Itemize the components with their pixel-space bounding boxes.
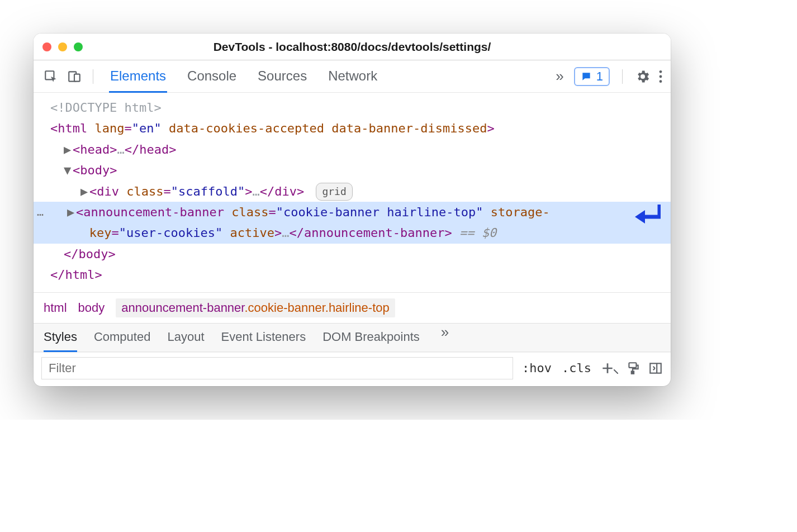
styles-filter-input[interactable] xyxy=(41,357,513,379)
dom-body-close[interactable]: </body> xyxy=(34,244,671,264)
toolbar-right: » 1 xyxy=(553,67,663,86)
console-reference: == $0 xyxy=(459,226,496,240)
dom-selected-node[interactable]: ⋯ ▶<announcement-banner class="cookie-ba… xyxy=(34,202,671,244)
dom-tree[interactable]: <!DOCTYPE html> <html lang="en" data-coo… xyxy=(34,93,671,292)
tab-event-listeners[interactable]: Event Listeners xyxy=(221,324,306,352)
issues-count: 1 xyxy=(596,69,603,84)
dom-html-open[interactable]: <html lang="en" data-cookies-accepted da… xyxy=(34,118,671,139)
close-window-button[interactable] xyxy=(42,42,51,51)
svg-rect-8 xyxy=(650,363,661,373)
tab-sources[interactable]: Sources xyxy=(257,60,308,93)
svg-point-5 xyxy=(660,80,662,83)
window-title: DevTools - localhost:8080/docs/devtools/… xyxy=(34,40,671,54)
tab-dom-breakpoints[interactable]: DOM Breakpoints xyxy=(322,324,420,352)
more-tabs-icon[interactable]: » xyxy=(553,68,566,85)
svg-rect-7 xyxy=(632,371,634,373)
more-menu-icon[interactable] xyxy=(658,69,663,84)
main-tabs: Elements Console Sources Network xyxy=(109,60,378,92)
inspect-element-icon[interactable] xyxy=(41,67,60,86)
grid-badge[interactable]: grid xyxy=(316,183,352,201)
toolbar-separator xyxy=(93,69,93,84)
more-styles-tabs-icon[interactable]: » xyxy=(439,324,451,352)
new-style-rule-icon[interactable] xyxy=(600,361,618,376)
breadcrumb-html[interactable]: html xyxy=(44,301,67,315)
svg-point-4 xyxy=(660,75,662,78)
chat-icon xyxy=(581,71,592,82)
dom-div-scaffold[interactable]: ▶<div class="scaffold">…</div> grid xyxy=(34,181,671,202)
svg-rect-6 xyxy=(629,363,636,368)
tab-styles[interactable]: Styles xyxy=(44,324,77,352)
traffic-lights xyxy=(42,42,83,51)
minimize-window-button[interactable] xyxy=(58,42,67,51)
styles-filter-bar: :hov .cls xyxy=(34,352,671,386)
tab-console[interactable]: Console xyxy=(186,60,238,93)
breadcrumb-body[interactable]: body xyxy=(78,301,105,315)
styles-tabs: Styles Computed Layout Event Listeners D… xyxy=(34,323,671,352)
gutter-menu-icon[interactable]: ⋯ xyxy=(37,205,44,224)
tab-network[interactable]: Network xyxy=(327,60,378,93)
svg-rect-2 xyxy=(74,74,80,81)
settings-icon[interactable] xyxy=(635,69,651,84)
dom-body-open[interactable]: ▼<body> xyxy=(34,160,671,180)
breadcrumb: html body announcement-banner.cookie-ban… xyxy=(34,292,671,323)
issues-badge[interactable]: 1 xyxy=(574,67,610,86)
devtools-window: DevTools - localhost:8080/docs/devtools/… xyxy=(34,34,671,386)
paint-icon[interactable] xyxy=(626,361,641,376)
breadcrumb-selected[interactable]: announcement-banner.cookie-banner.hairli… xyxy=(116,298,395,317)
dom-head[interactable]: ▶<head>…</head> xyxy=(34,139,671,160)
device-toolbar-icon[interactable] xyxy=(65,67,84,86)
toolbar-separator xyxy=(622,69,623,84)
toggle-sidebar-icon[interactable] xyxy=(648,361,663,376)
cls-toggle[interactable]: .cls xyxy=(561,360,592,376)
tab-elements[interactable]: Elements xyxy=(109,60,167,93)
main-toolbar: Elements Console Sources Network » 1 xyxy=(34,60,671,93)
maximize-window-button[interactable] xyxy=(74,42,83,51)
dom-html-close[interactable]: </html> xyxy=(34,264,671,285)
hov-toggle[interactable]: :hov xyxy=(521,360,553,376)
titlebar: DevTools - localhost:8080/docs/devtools/… xyxy=(34,34,671,60)
svg-point-3 xyxy=(660,70,662,73)
tab-computed[interactable]: Computed xyxy=(94,324,151,352)
tab-layout[interactable]: Layout xyxy=(167,324,204,352)
dom-doctype: <!DOCTYPE html> xyxy=(50,101,162,115)
